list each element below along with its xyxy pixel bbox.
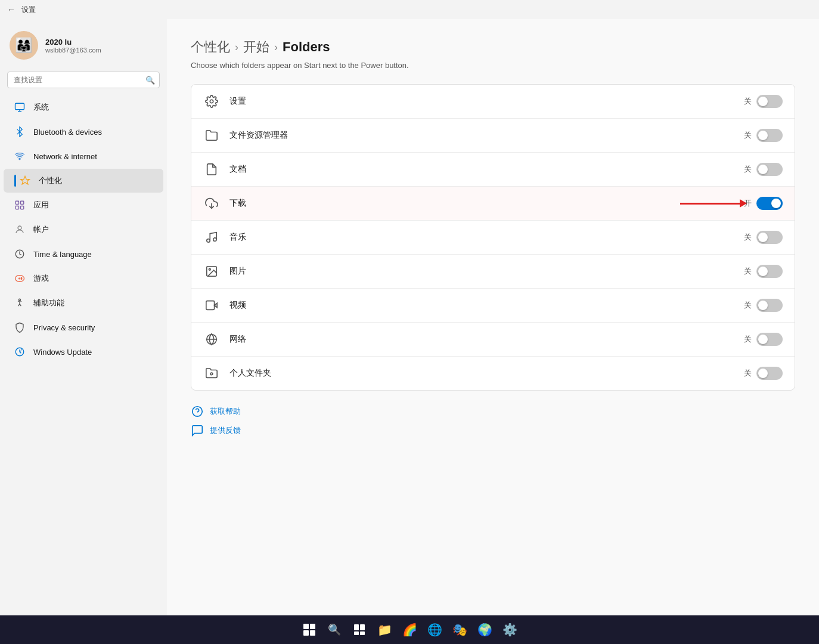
folder-icon [203, 127, 220, 144]
help-link-label: 获取帮助 [210, 406, 241, 417]
user-email: wslbb87@163.com [45, 47, 101, 54]
sidebar-item-network[interactable]: Network & internet [4, 144, 163, 168]
svg-point-8 [18, 226, 21, 230]
sidebar: 👨‍👩‍👧 2020 lu wslbb87@163.com 🔍 系统Blueto… [0, 19, 167, 615]
videos-icon [203, 297, 220, 314]
toggle-container-videos: 关 [744, 299, 783, 312]
toggle-container-file_explorer: 关 [744, 129, 783, 142]
setting-row-music: 音乐 关 [191, 221, 795, 255]
update-icon [13, 345, 26, 358]
taskbar-settings[interactable]: ⚙️ [499, 619, 520, 640]
help-link-get_help[interactable]: 获取帮助 [191, 405, 795, 418]
setting-label-music: 音乐 [229, 232, 734, 243]
toggle-videos[interactable] [756, 299, 783, 312]
sidebar-item-gaming[interactable]: 游戏 [4, 267, 163, 290]
toggle-music[interactable] [756, 231, 783, 244]
setting-row-downloads: 下载 开 [191, 187, 795, 221]
setting-label-settings: 设置 [229, 96, 734, 107]
breadcrumb: 个性化 › 开始 › Folders [191, 38, 795, 56]
setting-label-network: 网络 [229, 334, 734, 345]
svg-rect-31 [303, 630, 309, 636]
toggle-state-documents: 关 [744, 164, 752, 175]
page-description: Choose which folders appear on Start nex… [191, 61, 795, 70]
breadcrumb-start[interactable]: 开始 [243, 38, 269, 56]
setting-row-pictures: 图片 关 [191, 255, 795, 289]
svg-point-21 [209, 268, 210, 270]
sidebar-item-apps[interactable]: 应用 [4, 193, 163, 217]
nav-list: 系统Bluetooth & devicesNetwork & internet个… [0, 95, 167, 364]
toggle-network[interactable] [756, 333, 783, 346]
sidebar-item-privacy[interactable]: Privacy & security [4, 315, 163, 339]
breadcrumb-personalization[interactable]: 个性化 [191, 38, 230, 56]
search-input[interactable] [7, 72, 160, 88]
toggle-documents[interactable] [756, 163, 783, 176]
avatar: 👨‍👩‍👧 [10, 31, 38, 60]
sidebar-item-time[interactable]: Time & language [4, 242, 163, 266]
titlebar-title: 设置 [21, 5, 36, 15]
toggle-file_explorer[interactable] [756, 129, 783, 142]
setting-label-file_explorer: 文件资源管理器 [229, 130, 734, 141]
breadcrumb-sep-2: › [274, 41, 278, 54]
sidebar-item-label: Network & internet [33, 152, 97, 161]
taskbar-search[interactable]: 🔍 [324, 619, 345, 640]
toggle-container-music: 关 [744, 231, 783, 244]
toggle-container-downloads: 开 [744, 197, 783, 210]
toggle-pictures[interactable] [756, 265, 783, 278]
setting-label-documents: 文档 [229, 164, 734, 175]
breadcrumb-current: Folders [283, 39, 330, 55]
gear-icon [203, 93, 220, 110]
toggle-downloads[interactable] [756, 197, 783, 210]
sidebar-item-accounts[interactable]: 帐户 [4, 218, 163, 242]
svg-rect-33 [354, 624, 359, 630]
help-link-label: 提供反馈 [210, 425, 241, 436]
toggle-state-music: 关 [744, 232, 752, 243]
svg-point-19 [213, 238, 217, 242]
taskbar-start[interactable] [299, 619, 320, 640]
bluetooth-icon [13, 125, 26, 138]
toggle-container-pictures: 关 [744, 265, 783, 278]
accounts-icon [13, 223, 26, 236]
sidebar-item-windows_update[interactable]: Windows Update [4, 340, 163, 364]
svg-rect-36 [360, 631, 365, 635]
toggle-personal[interactable] [756, 367, 783, 380]
titlebar: ← 设置 [0, 0, 819, 19]
taskbar-chrome[interactable]: 🌈 [399, 619, 420, 640]
setting-row-settings: 设置 关 [191, 85, 795, 119]
search-box: 🔍 [7, 72, 160, 88]
toggle-settings[interactable] [756, 95, 783, 108]
svg-rect-6 [15, 206, 18, 209]
sidebar-item-label: Privacy & security [33, 323, 95, 332]
sidebar-item-label: 应用 [33, 200, 49, 210]
help-link-feedback[interactable]: 提供反馈 [191, 424, 795, 437]
toggle-container-personal: 关 [744, 367, 783, 380]
taskbar-app2[interactable]: 🌍 [474, 619, 495, 640]
svg-point-18 [207, 239, 210, 243]
download-icon [203, 195, 220, 212]
setting-label-downloads: 下载 [229, 198, 734, 209]
sidebar-item-bluetooth[interactable]: Bluetooth & devices [4, 120, 163, 144]
setting-row-file_explorer: 文件资源管理器 关 [191, 119, 795, 153]
taskbar-task-view[interactable] [349, 619, 370, 640]
system-icon [13, 101, 26, 114]
taskbar-file-explorer[interactable]: 📁 [374, 619, 395, 640]
taskbar-edge[interactable]: 🌐 [424, 619, 445, 640]
taskbar: 🔍 📁 🌈 🌐 🎭 🌍 ⚙️ [0, 615, 819, 644]
sidebar-item-label: 系统 [33, 102, 49, 113]
taskbar-app1[interactable]: 🎭 [449, 619, 470, 640]
user-name: 2020 lu [45, 38, 101, 47]
user-profile[interactable]: 👨‍👩‍👧 2020 lu wslbb87@163.com [0, 24, 167, 69]
sidebar-item-accessibility[interactable]: 辅助功能 [4, 291, 163, 315]
feedback-icon [191, 424, 204, 437]
sidebar-item-system[interactable]: 系统 [4, 95, 163, 119]
svg-rect-29 [303, 624, 309, 629]
setting-label-videos: 视频 [229, 300, 734, 311]
sidebar-item-personalization[interactable]: 个性化 [4, 169, 163, 193]
settings-list: 设置 关 文件资源管理器 关 文档 [191, 84, 795, 391]
time-icon [13, 247, 26, 261]
back-button[interactable]: ← [7, 5, 15, 14]
svg-rect-0 [15, 103, 24, 110]
sidebar-item-label: 辅助功能 [33, 298, 64, 308]
search-icon[interactable]: 🔍 [145, 76, 155, 85]
toggle-container-network: 关 [744, 333, 783, 346]
toggle-container-documents: 关 [744, 163, 783, 176]
